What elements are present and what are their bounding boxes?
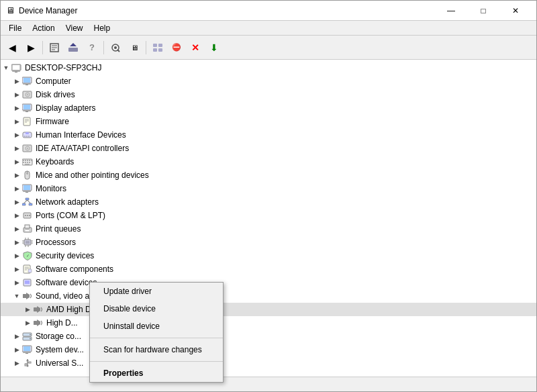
window-icon: 🖥 [6, 5, 15, 15]
svg-rect-91 [34, 307, 37, 311]
amd-icon [33, 304, 44, 315]
context-menu-scan-changes[interactable]: Scan for hardware changes [90, 341, 223, 358]
context-menu-properties[interactable]: Properties [90, 364, 223, 382]
svg-point-64 [25, 215, 26, 216]
scan-changes-button[interactable] [107, 39, 124, 56]
download-button[interactable]: ⬇ [205, 39, 223, 56]
tree-item-software-devices[interactable]: ▶ Software devices [1, 276, 536, 289]
svg-rect-93 [34, 321, 37, 325]
tree-item-keyboard[interactable]: ▶ Keyboards [1, 155, 536, 168]
tree-item-usb[interactable]: ▶ Universal S... [1, 356, 536, 370]
device-tree[interactable]: ▼ DESKTOP-SFP3CHJ ▶ Computer ▶ Disk driv… [1, 60, 536, 377]
processors-icon [22, 237, 33, 248]
tree-item-display[interactable]: ▶ Display adapters [1, 101, 536, 115]
title-bar: 🖥 Device Manager — □ ✕ [1, 1, 536, 21]
forward-button[interactable]: ▶ [22, 39, 40, 56]
high-def-label: High D... [46, 318, 78, 328]
svg-point-7 [114, 46, 117, 49]
computer-label: Computer [36, 77, 71, 86]
svg-rect-28 [23, 117, 30, 126]
svg-rect-19 [23, 83, 31, 85]
usb-icon [22, 358, 33, 369]
svg-rect-50 [25, 164, 30, 165]
tree-item-disk[interactable]: ▶ Disk drives [1, 88, 536, 101]
svg-line-61 [24, 200, 28, 203]
properties-button[interactable] [46, 39, 63, 56]
devices-type-button[interactable] [149, 39, 166, 56]
storage-label: Storage co... [36, 332, 81, 341]
svg-point-39 [27, 148, 28, 149]
menu-help[interactable]: Help [89, 22, 116, 34]
tree-item-ports[interactable]: ▶ Ports (COM & LPT) [1, 209, 536, 222]
menu-view[interactable]: View [60, 22, 89, 34]
tree-item-software[interactable]: ▶ Software components [1, 262, 536, 276]
print-icon [22, 224, 33, 234]
tree-item-firmware[interactable]: ▶ Firmware [1, 115, 536, 128]
back-button[interactable]: ◀ [3, 39, 21, 56]
monitors-label: Monitors [36, 184, 66, 193]
context-menu-uninstall-device[interactable]: Uninstall device [90, 317, 223, 335]
svg-marker-104 [26, 359, 29, 361]
software-devices-icon [22, 277, 33, 288]
tree-item-print[interactable]: ▶ Print queues [1, 222, 536, 236]
tree-item-system[interactable]: ▶ System dev... [1, 343, 536, 356]
update-driver-button[interactable] [64, 39, 82, 56]
tree-item-storage[interactable]: ▶ Storage co... [1, 330, 536, 343]
context-menu-update-driver[interactable]: Update driver [90, 283, 223, 300]
svg-rect-26 [23, 110, 31, 111]
svg-rect-101 [23, 352, 31, 353]
computer-view-button[interactable]: 🖥 [126, 39, 143, 56]
svg-rect-58 [26, 198, 29, 200]
monitors-expand-icon: ▶ [11, 183, 22, 194]
storage-icon [22, 331, 33, 342]
tree-item-security[interactable]: ▶ ✓ Security devices [1, 249, 536, 262]
tree-item-monitors[interactable]: ▶ Monitors [1, 182, 536, 195]
toolbar-separator-2 [103, 41, 104, 54]
tree-item-network[interactable]: ▶ Network adapters [1, 195, 536, 209]
svg-point-66 [29, 215, 30, 216]
software-icon [22, 264, 33, 275]
tree-item-ide[interactable]: ▶ IDE ATA/ATAPI controllers [1, 142, 536, 155]
tree-item-hid[interactable]: ▶ Human Interface Devices [1, 128, 536, 142]
svg-rect-57 [26, 192, 28, 193]
computer-expand-icon: ▶ [11, 76, 22, 87]
disk-label: Disk drives [36, 90, 75, 99]
display-expand-icon: ▶ [11, 103, 22, 113]
root-expand-icon: ▼ [1, 62, 11, 73]
svg-rect-18 [23, 78, 30, 83]
svg-rect-72 [26, 241, 30, 244]
processors-expand-icon: ▶ [11, 237, 22, 248]
svg-rect-27 [26, 111, 28, 112]
maximize-button[interactable]: □ [468, 1, 499, 21]
tree-item-computer[interactable]: ▶ Computer [1, 75, 536, 88]
tree-item-high-def[interactable]: ▶ High D... [1, 316, 536, 330]
tree-item-amd-audio[interactable]: ▶ AMD High Definition Audio De... [1, 303, 536, 316]
minimize-button[interactable]: — [436, 1, 467, 21]
svg-rect-33 [26, 132, 29, 134]
svg-rect-59 [22, 203, 26, 205]
tree-item-sound[interactable]: ▼ Sound, video and game controllers [1, 289, 536, 303]
svg-rect-56 [23, 191, 31, 192]
status-bar [1, 377, 536, 391]
svg-rect-105 [29, 362, 31, 363]
menu-file[interactable]: File [3, 22, 27, 34]
svg-rect-49 [29, 162, 30, 163]
svg-rect-12 [158, 48, 162, 52]
tree-root[interactable]: ▼ DESKTOP-SFP3CHJ [1, 61, 536, 75]
menu-bar: File Action View Help [1, 21, 536, 36]
tree-item-processors[interactable]: ▶ Processors [1, 236, 536, 249]
svg-rect-20 [26, 85, 28, 85]
tree-item-mice[interactable]: ▶ Mice and other pointing devices [1, 168, 536, 182]
high-def-icon [33, 317, 44, 328]
hid-label: Human Interface Devices [36, 130, 126, 140]
menu-action[interactable]: Action [27, 22, 60, 34]
svg-rect-14 [13, 65, 19, 70]
mice-expand-icon: ▶ [11, 170, 22, 181]
svg-rect-55 [23, 185, 30, 190]
close-button[interactable]: ✕ [500, 1, 531, 21]
firmware-icon [22, 116, 33, 127]
context-menu-disable-device[interactable]: Disable device [90, 300, 223, 317]
disable-button[interactable]: ⛔ [168, 39, 185, 56]
help-button[interactable]: ? [83, 39, 101, 56]
uninstall-button[interactable]: ✕ [187, 39, 204, 56]
